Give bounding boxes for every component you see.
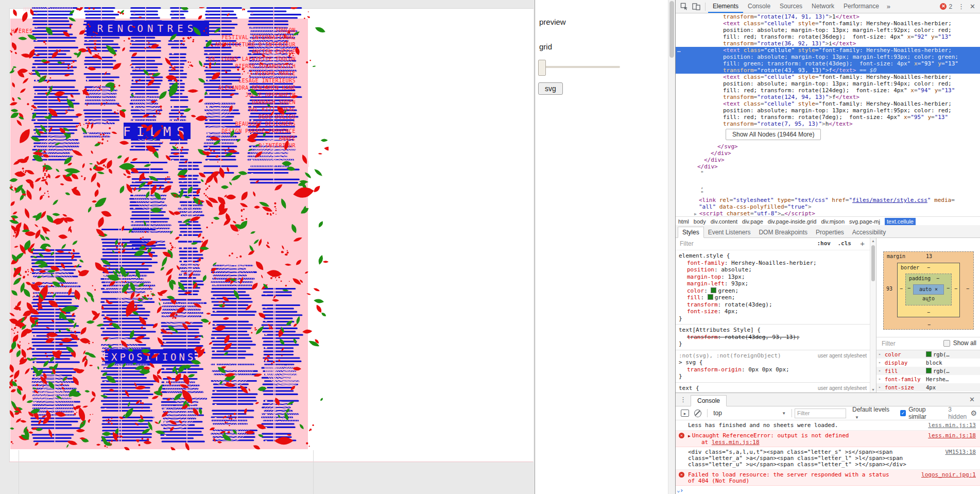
color-swatch[interactable] — [711, 287, 716, 293]
show-all-nodes-button[interactable]: Show All Nodes (19464 More) — [726, 129, 821, 140]
elements-code-line[interactable]: transform="rotate(7, 95, 13)">h</text> — [676, 121, 980, 127]
elements-code-line[interactable]: <text class="cellule" style="font-family… — [676, 74, 980, 80]
elements-code-line[interactable]: " — [676, 170, 980, 177]
elements-code-line[interactable]: position: absolute; margin-top: 13px; ma… — [676, 107, 980, 114]
scroll-down-icon[interactable]: ⌄ — [677, 487, 680, 493]
elements-code-line[interactable]: <text class="cellule" style="font-family… — [676, 100, 980, 107]
elements-code-line[interactable]: position: absolute; margin-top: 13px; ma… — [676, 80, 980, 87]
margin-bottom-value[interactable]: − — [920, 322, 938, 328]
collapse-arrow-icon[interactable]: ▸ — [879, 375, 881, 383]
show-all-toggle[interactable]: Show all — [943, 339, 976, 347]
margin-left-value[interactable]: 93 — [883, 286, 896, 292]
console-message[interactable]: Less has finished and no sheets were loa… — [676, 420, 980, 431]
show-all-checkbox[interactable] — [943, 340, 950, 347]
css-property[interactable]: transform: rotate(43deg); — [679, 301, 868, 309]
drawer-close-icon[interactable]: ✕ — [967, 396, 977, 403]
padding-left-value[interactable]: − — [906, 285, 912, 291]
computed-property-row[interactable]: ▸displayblock — [876, 359, 980, 367]
border-right-value[interactable]: − — [953, 286, 959, 292]
css-property[interactable]: margin-left: 93px; — [679, 280, 868, 287]
device-toolbar-icon[interactable] — [691, 2, 701, 11]
grid-slider-track[interactable] — [540, 66, 620, 68]
collapse-arrow-icon[interactable]: ▸ — [879, 383, 881, 391]
css-property[interactable]: margin-top: 13px; — [679, 274, 868, 281]
elements-code-line[interactable]: …<text class="cellule" style="font-famil… — [676, 47, 980, 54]
elements-code-line[interactable]: transform="rotate(36, 92, 13)">i</text> — [676, 40, 980, 47]
tab-performance[interactable]: Performance — [839, 0, 884, 13]
tab-properties[interactable]: Properties — [812, 227, 848, 237]
console-filter-input[interactable] — [795, 408, 846, 418]
elements-code-line[interactable]: position: absolute; margin-top: 13px; ma… — [676, 54, 980, 60]
page-scrollbar[interactable] — [668, 0, 675, 494]
page-scrollbar-thumb[interactable] — [669, 1, 674, 58]
tab-console[interactable]: Console — [743, 0, 775, 13]
margin-right-value[interactable]: − — [963, 286, 972, 292]
devtools-menu-icon[interactable]: ⋮ — [955, 3, 967, 10]
devtools-close-icon[interactable]: ✕ — [967, 3, 978, 10]
breadcrumb-item[interactable]: div.content — [711, 218, 737, 225]
source-location-link[interactable]: less.min.js:18 — [928, 433, 976, 439]
css-property[interactable]: font-family: Hershey-Noailles-herbier; — [679, 260, 868, 267]
collapse-arrow-icon[interactable]: ▸ — [879, 350, 881, 359]
styles-filter-input[interactable] — [679, 240, 784, 248]
css-property[interactable]: color: green; — [679, 287, 868, 295]
expand-arrow-icon[interactable]: ▶ — [688, 434, 691, 438]
collapse-arrow-icon[interactable]: ▸ — [879, 367, 881, 375]
elements-code-line[interactable]: "all" data-css-polyfilled="true"> — [676, 203, 980, 210]
elements-code-line[interactable]: , — [676, 183, 980, 190]
scroll-up-icon[interactable]: ▲ — [871, 239, 875, 243]
elements-code-line[interactable]: transform="rotate(43, 93, 13)">f</text> … — [676, 67, 980, 74]
drawer-menu-icon[interactable]: ⋮ — [679, 396, 691, 403]
breadcrumb-item[interactable]: div.mjson — [821, 218, 845, 225]
default-levels-dropdown[interactable]: Default levels ▼ — [852, 406, 895, 420]
elements-code-line[interactable]: fill: green; transform: rotate(43deg); f… — [676, 60, 980, 67]
css-property[interactable]: transform-origin: 0px 0px 0px; — [679, 366, 868, 373]
clear-console-icon[interactable] — [694, 410, 701, 417]
elements-code-line[interactable]: <link rel="stylesheet" type="text/css" h… — [676, 197, 980, 203]
console-settings-gear-icon[interactable]: ⚙ — [970, 409, 977, 417]
elements-code-line[interactable]: <text class="cellule" style="font-family… — [676, 20, 980, 27]
computed-property-row[interactable]: ▸font-familyHershe… — [876, 375, 980, 383]
elements-code-line[interactable]: fill: red; transform: rotate(36deg); fon… — [676, 33, 980, 40]
tab-event-listeners[interactable]: Event Listeners — [704, 227, 755, 237]
inspect-element-icon[interactable] — [679, 2, 689, 11]
console-message[interactable]: ✕▶Uncaught ReferenceError: output is not… — [676, 431, 980, 448]
breadcrumb-item[interactable]: html — [678, 218, 689, 225]
console-tab[interactable]: Console — [691, 395, 727, 406]
tab-accessibility[interactable]: Accessibility — [848, 227, 890, 237]
console-sidebar-toggle-icon[interactable]: ▶ — [681, 410, 689, 417]
elements-code-line[interactable]: ▶ <script charset="utf-8">…</script> — [676, 210, 980, 216]
elements-code-line[interactable]: </div> — [676, 163, 980, 170]
content-box[interactable]: auto × auto — [913, 284, 944, 295]
stack-source-link[interactable]: less.min.js:18 — [712, 439, 760, 446]
console-message[interactable]: ✕Failed to load resource: the server res… — [676, 470, 980, 486]
elements-code-line[interactable]: </div> — [676, 157, 980, 163]
breadcrumb-item[interactable]: div.page-inside.grid — [768, 218, 817, 225]
more-tabs-icon[interactable]: » — [884, 1, 893, 13]
console-prompt[interactable]: › — [676, 486, 980, 494]
elements-code-line[interactable]: fill: red; transform: rotate(7deg); font… — [676, 114, 980, 121]
scroll-down-icon[interactable]: ▼ — [871, 388, 875, 391]
css-property[interactable]: transform: rotate(43deg, 93, 13); — [679, 334, 868, 341]
elements-code-line[interactable]: transform="rotate(174, 91, 13)">1</text> — [676, 13, 980, 20]
computed-property-row[interactable]: ▸font-size4px — [876, 383, 980, 391]
breadcrumb-item[interactable]: svg.page-mj — [849, 218, 880, 225]
new-style-rule-button[interactable]: + — [860, 239, 865, 248]
breadcrumb-item[interactable]: body — [694, 218, 706, 225]
elements-code-line[interactable]: fill: red; transform: rotate(124deg); fo… — [676, 87, 980, 94]
grid-slider-thumb[interactable] — [538, 60, 546, 76]
source-location-link[interactable]: logos_noir.jpg:1 — [921, 472, 976, 478]
source-location-link[interactable]: VM1513:18 — [945, 449, 976, 455]
tab-dom-breakpoints[interactable]: DOM Breakpoints — [754, 227, 812, 237]
css-property[interactable]: fill: green; — [679, 294, 868, 301]
computed-property-row[interactable]: ▸colorrgb(… — [876, 350, 980, 359]
css-property[interactable]: font-size: 4px; — [679, 308, 868, 315]
computed-filter-input[interactable] — [881, 339, 929, 348]
margin-top-value[interactable]: 13 — [920, 253, 938, 259]
toggle-class-button[interactable]: .cls — [838, 240, 852, 247]
toggle-hover-state-button[interactable]: :hov — [817, 240, 831, 247]
border-box[interactable]: border − − − − padding − − − − auto × au… — [897, 263, 960, 317]
tab-sources[interactable]: Sources — [775, 0, 807, 13]
elements-code-line[interactable]: </svg> — [676, 143, 980, 150]
error-badge-icon[interactable]: ✕ — [940, 3, 947, 10]
